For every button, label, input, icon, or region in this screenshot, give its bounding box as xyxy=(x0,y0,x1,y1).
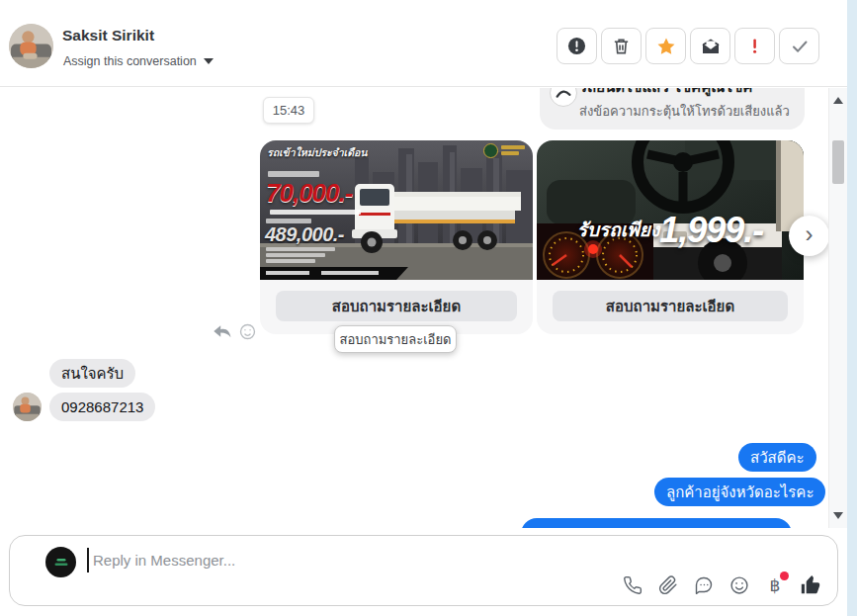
page-profile-icon xyxy=(45,547,76,577)
scrollbar-thumb[interactable] xyxy=(832,140,844,184)
ask-details-button-1[interactable]: สอบถามรายละเอียด xyxy=(276,291,517,321)
ad-model-text-bar xyxy=(270,210,361,215)
contact-name: Saksit Sirikit xyxy=(62,27,154,44)
outgoing-message[interactable]: ลูกค้าอยู่จังหวัดอะไรคะ xyxy=(654,478,825,506)
trash-icon xyxy=(612,37,631,55)
message-thread[interactable]: รถยนต์ใช้แล้ว โชคคูณโชค ส่งข้อความกระตุ้… xyxy=(0,88,828,528)
call-button[interactable] xyxy=(622,574,643,596)
message-timestamp: 15:43 xyxy=(263,97,314,124)
reply-composer[interactable]: Reply in Messenger... xyxy=(9,535,838,606)
card-footer: สอบถามรายละเอียด xyxy=(537,280,804,332)
baht-icon: ฿ xyxy=(770,575,781,596)
envelope-icon xyxy=(701,37,721,56)
window-edge-strip xyxy=(847,0,857,616)
delete-button[interactable] xyxy=(601,28,642,64)
outgoing-message-partial[interactable] xyxy=(521,518,792,528)
emoji-react-icon[interactable] xyxy=(239,323,256,340)
person-photo-icon xyxy=(9,24,53,68)
star-icon xyxy=(656,37,676,56)
carousel-card-truck-ad[interactable]: รถเข้าใหม่ประจำเดือน 70,000.- 489,000.- xyxy=(260,140,533,334)
paperclip-icon xyxy=(658,575,678,595)
person-photo-icon xyxy=(13,393,42,421)
composer-actions: ฿ xyxy=(622,574,821,596)
ad-small-text-bar xyxy=(268,171,319,177)
ad-caption: รับรถเพียง xyxy=(577,220,659,240)
ask-details-button-2[interactable]: สอบถามรายละเอียด xyxy=(553,291,788,321)
ad-banner-text: รถเข้าใหม่ประจำเดือน xyxy=(267,144,368,161)
emoji-button[interactable] xyxy=(728,574,750,596)
chat-scrollbar[interactable] xyxy=(828,88,847,528)
ad-contact-bar xyxy=(260,267,408,280)
reply-input[interactable]: Reply in Messenger... xyxy=(93,552,235,569)
circle-exclamation-icon xyxy=(567,37,586,55)
like-button[interactable] xyxy=(800,574,821,596)
page-logo-icon xyxy=(51,553,71,572)
saved-replies-button[interactable] xyxy=(693,574,715,596)
assign-label: Assign this conversation xyxy=(63,54,197,68)
system-message-title: รถยนต์ใช้แล้ว โชคคูณโชค xyxy=(579,88,791,99)
page-logo-icon xyxy=(555,88,572,102)
outgoing-message[interactable]: สวัสดีคะ xyxy=(738,443,816,472)
scroll-down-arrow-icon[interactable] xyxy=(833,512,843,519)
star-button[interactable] xyxy=(645,28,686,64)
check-icon xyxy=(790,37,810,56)
reply-icon[interactable] xyxy=(213,321,232,341)
contact-avatar[interactable] xyxy=(9,24,53,68)
assign-conversation-dropdown[interactable]: Assign this conversation xyxy=(63,54,214,68)
attach-file-button[interactable] xyxy=(657,574,679,596)
ad-detail-text-bar xyxy=(266,247,335,251)
messenger-inbox-window: Saksit Sirikit Assign this conversation xyxy=(0,0,857,616)
carousel-card-interior-ad[interactable]: รับรถเพียง1,999.- สอบถามรายละเอียด xyxy=(537,140,804,334)
notification-dot xyxy=(780,572,789,580)
ad-detail-text-bar xyxy=(266,253,325,257)
system-message-subtitle: ส่งข้อความกระตุ้นให้โทรด้วยเสียงแล้ว xyxy=(579,101,791,122)
ad-price-overlay: รับรถเพียง1,999.- xyxy=(537,210,804,251)
dealer-logo-icon xyxy=(483,143,525,158)
ad-down-payment-price: 70,000.- xyxy=(266,178,352,209)
mark-unread-button[interactable] xyxy=(690,28,730,64)
smiley-icon xyxy=(729,575,749,595)
conversation-header: Saksit Sirikit Assign this conversation xyxy=(0,0,857,87)
scroll-up-arrow-icon[interactable] xyxy=(833,97,843,104)
message-hover-actions xyxy=(213,321,256,341)
report-button[interactable] xyxy=(557,28,597,64)
incoming-message[interactable]: 0928687213 xyxy=(49,393,155,421)
thumbs-up-icon xyxy=(800,574,821,596)
mark-done-button[interactable] xyxy=(779,28,819,64)
chevron-right-icon: › xyxy=(806,220,814,248)
comment-dots-icon xyxy=(694,575,714,595)
mark-important-button[interactable] xyxy=(734,28,775,64)
payment-button[interactable]: ฿ xyxy=(764,574,786,596)
system-message-bubble: รถยนต์ใช้แล้ว โชคคูณโชค ส่งข้อความกระตุ้… xyxy=(540,88,805,130)
phone-icon xyxy=(623,575,643,595)
conversation-toolbar xyxy=(557,28,819,64)
ad-price: 1,999.- xyxy=(659,210,763,250)
text-cursor xyxy=(87,548,89,572)
ad-full-price: 489,000.- xyxy=(265,223,344,246)
sender-avatar xyxy=(13,393,42,421)
button-tooltip: สอบถามรายละเอียด xyxy=(334,325,457,353)
ad-detail-text-bar xyxy=(266,259,315,263)
truck-ad-image[interactable]: รถเข้าใหม่ประจำเดือน 70,000.- 489,000.- xyxy=(260,140,533,280)
carousel-next-button[interactable]: › xyxy=(789,216,828,256)
incoming-message[interactable]: สนใจครับ xyxy=(49,359,135,388)
exclamation-icon xyxy=(745,37,764,55)
interior-ad-image[interactable]: รับรถเพียง1,999.- xyxy=(537,140,804,280)
chevron-down-icon xyxy=(204,58,214,64)
